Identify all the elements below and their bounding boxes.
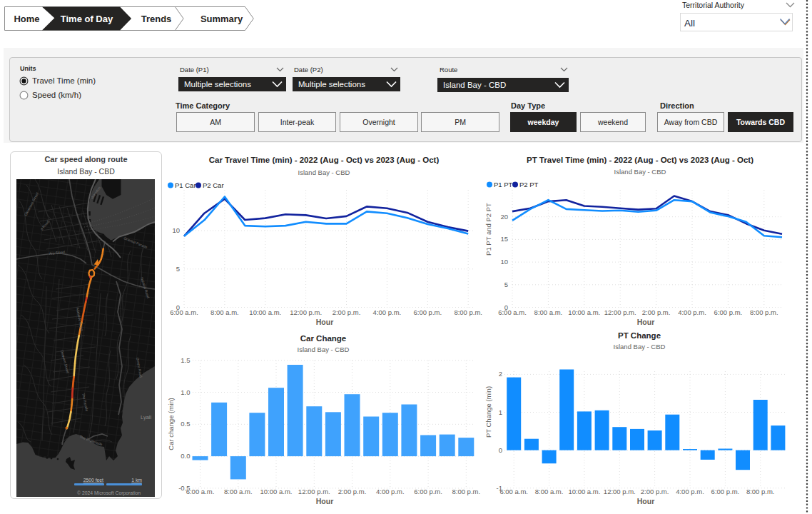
- svg-text:6:00 p.m.: 6:00 p.m.: [711, 488, 740, 495]
- svg-text:12:00 p.m.: 12:00 p.m.: [290, 308, 322, 316]
- svg-text:P1 PT: P1 PT: [494, 181, 513, 188]
- svg-text:0.0: 0.0: [181, 452, 190, 460]
- svg-text:10:00 a.m.: 10:00 a.m.: [249, 308, 281, 316]
- svg-text:P2 PT: P2 PT: [519, 181, 539, 188]
- svg-text:5: 5: [504, 281, 508, 288]
- svg-text:10: 10: [172, 226, 180, 234]
- svg-text:Island Bay - CBD: Island Bay - CBD: [614, 343, 666, 351]
- svg-text:8:00 p.m.: 8:00 p.m.: [452, 488, 480, 495]
- svg-text:12:00 p.m.: 12:00 p.m.: [298, 488, 330, 495]
- svg-text:0: 0: [499, 446, 502, 454]
- svg-text:6:00 a.m.: 6:00 a.m.: [498, 308, 527, 316]
- svg-text:15: 15: [500, 235, 508, 243]
- svg-text:6:00 p.m.: 6:00 p.m.: [413, 308, 442, 316]
- svg-text:8:00 a.m.: 8:00 a.m.: [224, 488, 253, 495]
- svg-text:10: 10: [500, 258, 508, 266]
- svg-text:8:00 p.m.: 8:00 p.m.: [454, 308, 482, 316]
- svg-text:20: 20: [500, 213, 508, 221]
- svg-text:6:00 a.m.: 6:00 a.m.: [170, 308, 198, 316]
- svg-text:P1 Car: P1 Car: [175, 181, 196, 189]
- svg-text:PT Change: PT Change: [618, 331, 661, 340]
- svg-text:Car change (min): Car change (min): [167, 398, 175, 450]
- svg-text:2:00 p.m.: 2:00 p.m.: [641, 488, 669, 495]
- svg-text:2:00 p.m.: 2:00 p.m.: [333, 308, 361, 316]
- svg-text:8:00 p.m.: 8:00 p.m.: [750, 308, 778, 316]
- svg-text:Island Bay - CBD: Island Bay - CBD: [298, 346, 350, 353]
- svg-text:6:00 a.m.: 6:00 a.m.: [186, 488, 215, 495]
- svg-text:Island Bay - CBD: Island Bay - CBD: [298, 168, 350, 176]
- svg-text:10:00 a.m.: 10:00 a.m.: [260, 488, 293, 495]
- svg-text:0.5: 0.5: [181, 420, 190, 428]
- svg-text:2:00 p.m.: 2:00 p.m.: [642, 308, 671, 316]
- svg-text:6:00 p.m.: 6:00 p.m.: [714, 308, 743, 316]
- svg-text:6:00 p.m.: 6:00 p.m.: [414, 488, 442, 495]
- svg-text:8:00 a.m.: 8:00 a.m.: [535, 488, 564, 495]
- svg-text:12:00 p.m.: 12:00 p.m.: [604, 488, 636, 495]
- svg-text:12:00 p.m.: 12:00 p.m.: [604, 308, 636, 316]
- svg-text:1.5: 1.5: [181, 356, 190, 364]
- svg-text:Car Change: Car Change: [300, 334, 347, 343]
- svg-text:P2 Car: P2 Car: [203, 181, 224, 189]
- svg-text:2: 2: [499, 370, 502, 378]
- svg-text:2:00 p.m.: 2:00 p.m.: [338, 488, 367, 495]
- svg-text:4:00 p.m.: 4:00 p.m.: [373, 308, 402, 316]
- svg-text:6:00 a.m.: 6:00 a.m.: [499, 488, 528, 495]
- svg-text:4:00 p.m.: 4:00 p.m.: [676, 488, 704, 495]
- svg-text:Hour: Hour: [637, 318, 655, 326]
- svg-text:P1 PT and P2 PT: P1 PT and P2 PT: [484, 203, 492, 256]
- svg-text:10:00 a.m.: 10:00 a.m.: [568, 308, 600, 316]
- svg-text:Hour: Hour: [316, 497, 334, 505]
- svg-text:Hour: Hour: [637, 497, 655, 505]
- svg-text:PT Change (min): PT Change (min): [484, 386, 492, 438]
- svg-text:1: 1: [499, 408, 502, 416]
- svg-text:Car Travel Time (min) - 2022 (: Car Travel Time (min) - 2022 (Aug - Oct)…: [209, 156, 440, 164]
- svg-text:PT Travel Time (min) - 2022 (A: PT Travel Time (min) - 2022 (Aug - Oct) …: [527, 156, 753, 164]
- svg-text:1.0: 1.0: [181, 388, 190, 396]
- svg-text:10:00 a.m.: 10:00 a.m.: [568, 488, 600, 495]
- svg-text:4:00 p.m.: 4:00 p.m.: [678, 308, 706, 316]
- svg-text:Hour: Hour: [316, 318, 334, 326]
- svg-text:8:00 a.m.: 8:00 a.m.: [534, 308, 563, 316]
- svg-text:5: 5: [176, 265, 180, 273]
- svg-text:8:00 a.m.: 8:00 a.m.: [210, 308, 239, 316]
- svg-text:Island Bay - CBD: Island Bay - CBD: [614, 168, 666, 176]
- svg-text:4:00 p.m.: 4:00 p.m.: [376, 488, 405, 495]
- svg-text:8:00 p.m.: 8:00 p.m.: [746, 488, 775, 495]
